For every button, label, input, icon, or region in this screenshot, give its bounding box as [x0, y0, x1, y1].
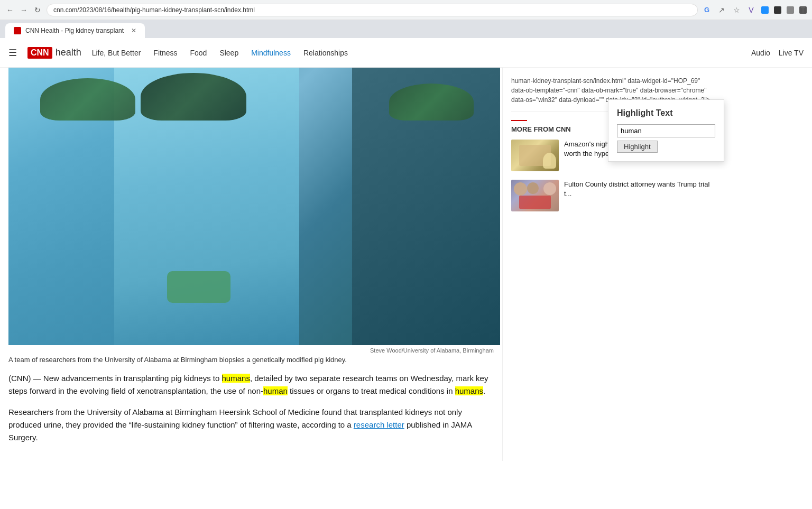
tab-favicon — [14, 27, 21, 34]
p1-highlight-human: human — [263, 386, 288, 395]
news-title-trump: Fulton County district attorney wants Tr… — [564, 180, 716, 211]
hamburger-menu[interactable]: ☰ — [8, 47, 17, 59]
nav-life-but-better[interactable]: Life, But Better — [92, 49, 141, 57]
ext-icon-3[interactable] — [774, 6, 781, 14]
nav-sleep[interactable]: Sleep — [219, 49, 238, 57]
ext-icon-5[interactable]: T — [799, 6, 807, 14]
surgical-cap-2 — [141, 73, 246, 121]
ext-icon-1[interactable]: V — [746, 5, 756, 15]
p1-highlight-humans-1: humans — [222, 374, 250, 383]
nav-food[interactable]: Food — [190, 49, 207, 57]
highlight-input[interactable] — [617, 124, 715, 137]
live-tv-button[interactable]: Live TV — [779, 49, 804, 57]
p1-highlight-humans-2: humans — [455, 386, 483, 395]
reload-button[interactable]: ↻ — [33, 5, 42, 15]
article-paragraph-2: Researchers from the University of Alaba… — [8, 406, 494, 444]
tab-close[interactable]: ✕ — [131, 27, 136, 34]
face-3 — [543, 182, 556, 195]
active-tab[interactable]: CNN Health - Pig kidney transplant ✕ — [5, 23, 145, 38]
amazon-figure — [543, 153, 556, 169]
nav-mindfulness[interactable]: Mindfulness — [251, 49, 291, 57]
main-layout: Steve Wood/University of Alabama, Birmin… — [0, 68, 812, 461]
p1-text-3: tissues or organs to treat medical condi… — [288, 386, 455, 395]
ext-icon-4[interactable] — [787, 6, 794, 14]
popup-title: Highlight Text — [617, 108, 715, 118]
browser-icons: G ↗ ☆ V T — [702, 5, 807, 15]
nav-fitness[interactable]: Fitness — [153, 49, 177, 57]
research-letter-link[interactable]: research letter — [354, 420, 404, 429]
audio-button[interactable]: Audio — [751, 49, 770, 57]
image-credit: Steve Wood/University of Alabama, Birmin… — [8, 347, 494, 354]
surgical-cap-3 — [389, 84, 474, 121]
image-caption: A team of researchers from the Universit… — [8, 356, 494, 364]
main-nav: Life, But Better Fitness Food Sleep Mind… — [92, 49, 348, 57]
face-1 — [514, 182, 527, 196]
article-image — [8, 68, 500, 345]
article-image-container: Steve Wood/University of Alabama, Birmin… — [8, 68, 494, 364]
surgery-scene — [8, 68, 500, 345]
article-body: (CNN) — New advancements in transplantin… — [8, 372, 494, 444]
tab-title: CNN Health - Pig kidney transplant — [25, 27, 124, 34]
cnn-wordmark: CNN — [27, 47, 52, 59]
news-thumb-trump — [511, 180, 559, 211]
back-button[interactable]: ← — [5, 5, 15, 15]
content-area: Steve Wood/University of Alabama, Birmin… — [0, 68, 502, 461]
cnn-logo[interactable]: CNN health — [27, 47, 81, 59]
share-icon[interactable]: ↗ — [717, 5, 726, 15]
sidebar: human-kidney-transplant-scn/index.html" … — [502, 68, 724, 461]
thumb-amazon-image — [511, 140, 559, 171]
p1-text-4: . — [483, 386, 485, 395]
highlight-popup: Highlight Text Highlight — [608, 99, 724, 162]
browser-tabs: CNN Health - Pig kidney transplant ✕ — [0, 20, 812, 38]
highlight-button[interactable]: Highlight — [617, 141, 658, 153]
site-header: ☰ CNN health Life, But Better Fitness Fo… — [0, 38, 812, 68]
bookmark-icon[interactable]: ☆ — [732, 5, 741, 15]
red-underline — [511, 120, 527, 121]
browser-toolbar: ← → ↻ cnn.com/2023/08/16/health/pig-huma… — [0, 0, 812, 20]
face-2 — [527, 182, 539, 194]
google-icon[interactable]: G — [702, 5, 712, 15]
trump-tie — [519, 196, 551, 209]
site-section-label: health — [56, 47, 81, 58]
article-paragraph-1: (CNN) — New advancements in transplantin… — [8, 372, 494, 397]
news-thumb-amazon — [511, 140, 559, 171]
thumb-trump-image — [511, 180, 559, 211]
url-bar[interactable]: cnn.com/2023/08/16/health/pig-human-kidn… — [47, 4, 698, 16]
forward-button[interactable]: → — [19, 5, 29, 15]
surgical-gloves — [167, 271, 230, 303]
surgical-cap-1 — [40, 78, 135, 121]
p1-text-1: (CNN) — New advancements in transplantin… — [8, 374, 222, 383]
nav-relationships[interactable]: Relationships — [303, 49, 348, 57]
header-right: Audio Live TV — [751, 49, 804, 57]
news-item-trump[interactable]: Fulton County district attorney wants Tr… — [511, 180, 716, 211]
ext-icon-2[interactable] — [761, 6, 769, 14]
